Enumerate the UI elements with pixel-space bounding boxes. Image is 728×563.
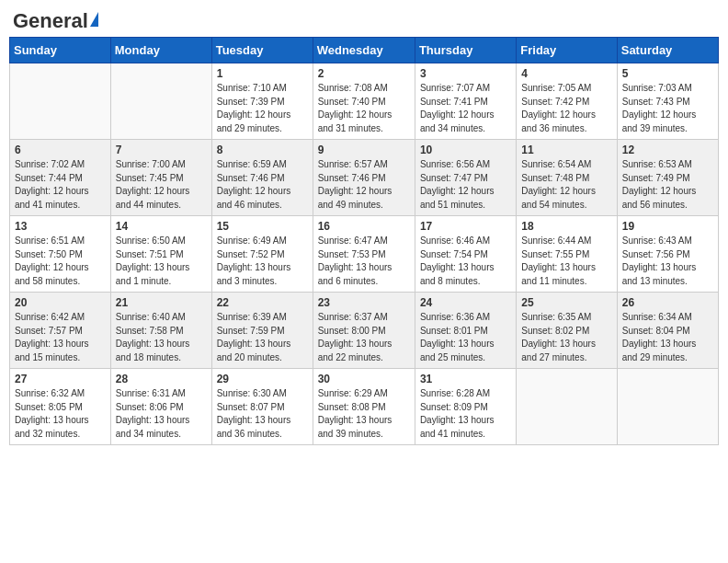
calendar-cell: 7Sunrise: 7:00 AM Sunset: 7:45 PM Daylig…	[110, 140, 211, 216]
calendar-cell: 18Sunrise: 6:44 AM Sunset: 7:55 PM Dayli…	[517, 216, 617, 293]
calendar-cell	[110, 63, 211, 140]
calendar-cell: 10Sunrise: 6:56 AM Sunset: 7:47 PM Dayli…	[415, 140, 516, 216]
day-info: Sunrise: 6:56 AM Sunset: 7:47 PM Dayligh…	[420, 158, 511, 212]
day-info: Sunrise: 6:29 AM Sunset: 8:08 PM Dayligh…	[318, 387, 410, 441]
calendar-cell: 29Sunrise: 6:30 AM Sunset: 8:07 PM Dayli…	[211, 369, 313, 445]
day-number: 5	[622, 67, 713, 80]
calendar-cell: 24Sunrise: 6:36 AM Sunset: 8:01 PM Dayli…	[415, 293, 516, 369]
page-header: General	[9, 9, 719, 29]
day-number: 23	[318, 296, 410, 309]
day-number: 14	[116, 220, 207, 233]
day-number: 12	[622, 144, 713, 156]
calendar-cell	[617, 369, 718, 445]
day-info: Sunrise: 6:43 AM Sunset: 7:56 PM Dayligh…	[622, 235, 713, 288]
day-number: 3	[420, 67, 511, 80]
day-info: Sunrise: 6:34 AM Sunset: 8:04 PM Dayligh…	[622, 311, 713, 364]
day-number: 4	[521, 67, 611, 80]
calendar-cell: 17Sunrise: 6:46 AM Sunset: 7:54 PM Dayli…	[415, 216, 516, 293]
col-header-saturday: Saturday	[617, 38, 718, 63]
day-info: Sunrise: 7:07 AM Sunset: 7:41 PM Dayligh…	[420, 82, 511, 135]
col-header-tuesday: Tuesday	[211, 38, 313, 63]
day-info: Sunrise: 7:02 AM Sunset: 7:44 PM Dayligh…	[15, 158, 106, 212]
day-info: Sunrise: 6:32 AM Sunset: 8:05 PM Dayligh…	[15, 387, 106, 441]
day-number: 27	[15, 373, 106, 385]
logo-triangle-icon	[90, 12, 98, 27]
day-number: 9	[318, 144, 410, 156]
day-info: Sunrise: 6:40 AM Sunset: 7:58 PM Dayligh…	[116, 311, 207, 364]
calendar-cell: 28Sunrise: 6:31 AM Sunset: 8:06 PM Dayli…	[110, 369, 211, 445]
calendar-cell: 14Sunrise: 6:50 AM Sunset: 7:51 PM Dayli…	[110, 216, 211, 293]
day-number: 24	[420, 296, 511, 309]
day-info: Sunrise: 6:53 AM Sunset: 7:49 PM Dayligh…	[622, 158, 713, 212]
day-info: Sunrise: 7:10 AM Sunset: 7:39 PM Dayligh…	[217, 82, 308, 135]
calendar-week-row: 6Sunrise: 7:02 AM Sunset: 7:44 PM Daylig…	[10, 140, 719, 216]
day-info: Sunrise: 6:47 AM Sunset: 7:53 PM Dayligh…	[318, 235, 410, 288]
day-info: Sunrise: 6:35 AM Sunset: 8:02 PM Dayligh…	[521, 311, 611, 364]
day-number: 6	[15, 144, 106, 156]
day-info: Sunrise: 6:51 AM Sunset: 7:50 PM Dayligh…	[15, 235, 106, 288]
calendar-cell: 11Sunrise: 6:54 AM Sunset: 7:48 PM Dayli…	[517, 140, 617, 216]
calendar-table: SundayMondayTuesdayWednesdayThursdayFrid…	[9, 37, 719, 445]
calendar-cell: 1Sunrise: 7:10 AM Sunset: 7:39 PM Daylig…	[211, 63, 313, 140]
day-info: Sunrise: 6:36 AM Sunset: 8:01 PM Dayligh…	[420, 311, 511, 364]
calendar-cell: 13Sunrise: 6:51 AM Sunset: 7:50 PM Dayli…	[10, 216, 111, 293]
day-number: 16	[318, 220, 410, 233]
day-info: Sunrise: 7:08 AM Sunset: 7:40 PM Dayligh…	[318, 82, 410, 135]
day-number: 29	[217, 373, 308, 385]
calendar-cell	[10, 63, 111, 140]
day-number: 18	[521, 220, 611, 233]
calendar-cell: 16Sunrise: 6:47 AM Sunset: 7:53 PM Dayli…	[313, 216, 415, 293]
calendar-cell: 3Sunrise: 7:07 AM Sunset: 7:41 PM Daylig…	[415, 63, 516, 140]
day-info: Sunrise: 6:44 AM Sunset: 7:55 PM Dayligh…	[521, 235, 611, 288]
day-info: Sunrise: 6:59 AM Sunset: 7:46 PM Dayligh…	[217, 158, 308, 212]
day-number: 1	[217, 67, 308, 80]
calendar-cell: 26Sunrise: 6:34 AM Sunset: 8:04 PM Dayli…	[617, 293, 718, 369]
calendar-cell: 22Sunrise: 6:39 AM Sunset: 7:59 PM Dayli…	[211, 293, 313, 369]
calendar-week-row: 1Sunrise: 7:10 AM Sunset: 7:39 PM Daylig…	[10, 63, 719, 140]
calendar-header-row: SundayMondayTuesdayWednesdayThursdayFrid…	[10, 38, 719, 63]
col-header-friday: Friday	[517, 38, 617, 63]
col-header-sunday: Sunday	[10, 38, 111, 63]
day-number: 2	[318, 67, 410, 80]
day-info: Sunrise: 6:39 AM Sunset: 7:59 PM Dayligh…	[217, 311, 308, 364]
day-info: Sunrise: 6:42 AM Sunset: 7:57 PM Dayligh…	[15, 311, 106, 364]
calendar-cell: 30Sunrise: 6:29 AM Sunset: 8:08 PM Dayli…	[313, 369, 415, 445]
day-info: Sunrise: 6:37 AM Sunset: 8:00 PM Dayligh…	[318, 311, 410, 364]
col-header-wednesday: Wednesday	[313, 38, 415, 63]
day-number: 22	[217, 296, 308, 309]
day-number: 26	[622, 296, 713, 309]
calendar-cell: 31Sunrise: 6:28 AM Sunset: 8:09 PM Dayli…	[415, 369, 516, 445]
calendar-cell: 5Sunrise: 7:03 AM Sunset: 7:43 PM Daylig…	[617, 63, 718, 140]
logo-general: General	[13, 9, 88, 33]
day-info: Sunrise: 6:57 AM Sunset: 7:46 PM Dayligh…	[318, 158, 410, 212]
day-number: 31	[420, 373, 511, 385]
calendar-cell: 8Sunrise: 6:59 AM Sunset: 7:46 PM Daylig…	[211, 140, 313, 216]
col-header-monday: Monday	[110, 38, 211, 63]
calendar-cell: 25Sunrise: 6:35 AM Sunset: 8:02 PM Dayli…	[517, 293, 617, 369]
day-number: 19	[622, 220, 713, 233]
day-info: Sunrise: 7:03 AM Sunset: 7:43 PM Dayligh…	[622, 82, 713, 135]
calendar-cell: 2Sunrise: 7:08 AM Sunset: 7:40 PM Daylig…	[313, 63, 415, 140]
calendar-cell: 21Sunrise: 6:40 AM Sunset: 7:58 PM Dayli…	[110, 293, 211, 369]
day-number: 25	[521, 296, 611, 309]
day-info: Sunrise: 7:00 AM Sunset: 7:45 PM Dayligh…	[116, 158, 207, 212]
calendar-week-row: 27Sunrise: 6:32 AM Sunset: 8:05 PM Dayli…	[10, 369, 719, 445]
day-number: 15	[217, 220, 308, 233]
day-info: Sunrise: 6:31 AM Sunset: 8:06 PM Dayligh…	[116, 387, 207, 441]
day-info: Sunrise: 6:54 AM Sunset: 7:48 PM Dayligh…	[521, 158, 611, 212]
day-number: 20	[15, 296, 106, 309]
day-number: 30	[318, 373, 410, 385]
day-number: 11	[521, 144, 611, 156]
calendar-cell: 6Sunrise: 7:02 AM Sunset: 7:44 PM Daylig…	[10, 140, 111, 216]
calendar-cell	[517, 369, 617, 445]
calendar-cell: 15Sunrise: 6:49 AM Sunset: 7:52 PM Dayli…	[211, 216, 313, 293]
day-number: 21	[116, 296, 207, 309]
calendar-cell: 9Sunrise: 6:57 AM Sunset: 7:46 PM Daylig…	[313, 140, 415, 216]
calendar-cell: 4Sunrise: 7:05 AM Sunset: 7:42 PM Daylig…	[517, 63, 617, 140]
calendar-cell: 19Sunrise: 6:43 AM Sunset: 7:56 PM Dayli…	[617, 216, 718, 293]
day-info: Sunrise: 6:28 AM Sunset: 8:09 PM Dayligh…	[420, 387, 511, 441]
day-info: Sunrise: 6:49 AM Sunset: 7:52 PM Dayligh…	[217, 235, 308, 288]
calendar-cell: 20Sunrise: 6:42 AM Sunset: 7:57 PM Dayli…	[10, 293, 111, 369]
calendar-cell: 23Sunrise: 6:37 AM Sunset: 8:00 PM Dayli…	[313, 293, 415, 369]
day-number: 10	[420, 144, 511, 156]
